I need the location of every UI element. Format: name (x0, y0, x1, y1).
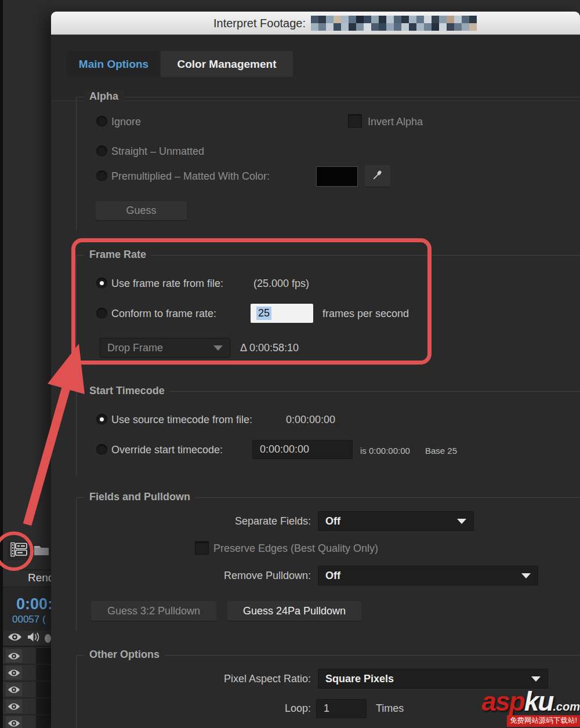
layer-cell (36, 698, 51, 714)
tab-main-options[interactable]: Main Options (67, 51, 161, 77)
mosaic-block (311, 16, 318, 23)
eye-icon[interactable] (6, 683, 22, 696)
mosaic-block (379, 23, 386, 31)
mosaic-block (416, 23, 424, 31)
dialog-titlebar[interactable]: Interpret Footage: (51, 12, 580, 35)
interpret-footage-button[interactable] (8, 541, 30, 560)
start-timecode-group-label: Start Timecode (84, 385, 170, 397)
mosaic-block (386, 23, 394, 31)
dialog-title: Interpret Footage: (213, 17, 306, 30)
invert-alpha-checkbox[interactable] (348, 114, 362, 128)
mosaic-block (447, 16, 454, 23)
render-queue-label: Rend (28, 572, 54, 587)
remove-pulldown-dropdown[interactable]: Off (318, 566, 538, 585)
guess-24pa-pulldown-button[interactable]: Guess 24Pa Pulldown (227, 601, 361, 621)
invert-alpha-label: Invert Alpha (368, 116, 423, 128)
mosaic-block (469, 16, 477, 23)
mosaic-block (341, 23, 349, 31)
solo-icon[interactable] (45, 634, 51, 643)
alpha-premultiplied-radio[interactable] (96, 170, 107, 181)
alpha-group-label: Alpha (84, 90, 124, 103)
mosaic-block (409, 16, 416, 23)
tab-color-management[interactable]: Color Management (161, 51, 293, 77)
layer-row[interactable] (3, 682, 51, 698)
mosaic-block (424, 23, 432, 31)
screenshot-root: Rend 0:00: 00057 ( (0, 0, 580, 728)
alpha-premultiplied-label: Premultiplied – Matted With Color: (111, 170, 270, 183)
eye-icon[interactable] (6, 666, 22, 679)
pixel-aspect-ratio-dropdown[interactable]: Square Pixels (318, 669, 548, 689)
guess-32-pulldown-button[interactable]: Guess 3:2 Pulldown (91, 601, 216, 621)
use-source-timecode-radio[interactable] (96, 414, 107, 425)
alpha-guess-button[interactable]: Guess (96, 201, 187, 220)
project-panel-strip: Rend 0:00: 00057 ( (3, 0, 51, 728)
preserve-edges-label: Preserve Edges (Best Quality Only) (213, 543, 378, 555)
override-timecode-input[interactable]: 0:00:00:00 (252, 440, 353, 459)
separate-fields-label: Separate Fields: (195, 515, 311, 527)
layer-row[interactable] (3, 715, 51, 728)
separate-fields-dropdown[interactable]: Off (318, 511, 474, 531)
eye-icon[interactable] (6, 649, 22, 663)
conform-frame-rate-input[interactable]: 25 (251, 304, 313, 323)
mosaic-block (349, 16, 356, 23)
eyedropper-button[interactable] (365, 165, 390, 187)
mosaic-block (318, 23, 326, 31)
mosaic-block (439, 23, 447, 31)
mosaic-block (379, 16, 386, 23)
mosaic-block (432, 23, 439, 31)
mosaic-block (386, 16, 394, 23)
mosaic-block (462, 16, 469, 23)
mosaic-block (356, 16, 364, 23)
use-frame-rate-value: (25.000 fps) (253, 278, 309, 290)
mosaic-block (462, 23, 469, 31)
video-visibility-icon[interactable] (8, 632, 22, 644)
mosaic-block (424, 16, 432, 23)
mosaic-block (364, 16, 371, 23)
timecode-style-dropdown[interactable]: Drop Frame (100, 338, 230, 358)
mosaic-block (416, 16, 424, 23)
loop-units-label: Times (376, 702, 404, 715)
eye-icon[interactable] (6, 716, 22, 728)
current-time-display[interactable]: 0:00: (16, 595, 53, 613)
mosaic-block (409, 23, 416, 31)
censored-filename-mosaic (311, 16, 477, 31)
frame-rate-group-label: Frame Rate (84, 249, 151, 261)
interpret-footage-icon (10, 542, 28, 559)
alpha-straight-radio[interactable] (96, 145, 107, 156)
audio-icon[interactable] (27, 632, 39, 645)
mosaic-block (469, 23, 477, 31)
mosaic-block (318, 16, 326, 23)
alpha-ignore-radio[interactable] (96, 116, 107, 127)
override-timecode-radio[interactable] (96, 444, 107, 455)
chevron-down-icon (531, 676, 541, 682)
interpret-footage-dialog: Interpret Footage: Main Options Color Ma… (51, 12, 580, 728)
mosaic-block (349, 23, 356, 31)
conform-frame-rate-radio[interactable] (96, 308, 107, 319)
mosaic-block (334, 23, 341, 31)
layer-cell (36, 715, 51, 728)
layer-cell (36, 665, 51, 680)
source-timecode-value: 0:00:00:00 (286, 414, 335, 426)
selected-text: 25 (256, 307, 271, 320)
chevron-down-icon (213, 345, 223, 351)
use-frame-rate-radio[interactable] (96, 278, 107, 289)
use-source-timecode-label: Use source timecode from file: (111, 414, 252, 426)
mosaic-block (394, 16, 401, 23)
loop-input[interactable]: 1 (316, 699, 367, 718)
mosaic-block (311, 23, 318, 31)
alpha-straight-label: Straight – Unmatted (111, 145, 204, 158)
layer-cell (36, 648, 51, 664)
mosaic-block (356, 23, 364, 31)
preserve-edges-checkbox[interactable] (195, 541, 209, 555)
alpha-ignore-label: Ignore (111, 116, 141, 128)
matte-color-swatch[interactable] (316, 166, 358, 187)
layer-row[interactable] (3, 665, 51, 682)
eye-icon[interactable] (6, 700, 22, 713)
new-folder-icon[interactable] (34, 544, 49, 558)
mosaic-block (326, 16, 334, 23)
duration-delta-value: Δ 0:00:58:10 (240, 342, 299, 354)
layer-cell (36, 682, 51, 697)
layer-row[interactable] (3, 648, 51, 665)
layer-row[interactable] (3, 698, 51, 715)
mosaic-block (394, 23, 401, 31)
